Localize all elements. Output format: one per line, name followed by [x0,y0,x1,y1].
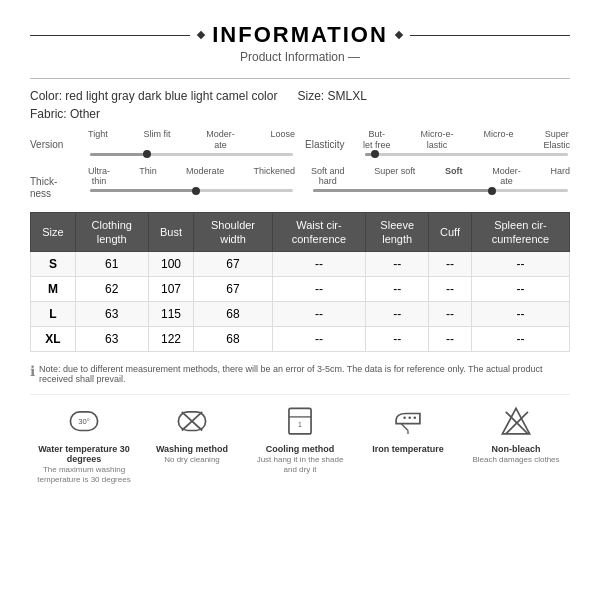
size-label: Size: SMLXL [297,89,366,103]
size-table-section: Size Clothinglength Bust Shoulderwidth W… [30,212,570,353]
cell-xl-length: 63 [75,327,148,352]
washing-svg [175,405,209,439]
thickness-label-thickened: Thickened [253,166,295,188]
thickness-slider-labels: Ultra-thin Thin Moderate Thickened [88,166,295,188]
cell-s-shoulder: 67 [194,252,272,277]
header-diamond [197,31,205,39]
care-item-water: 30° Water temperature 30 degrees The max… [34,403,134,484]
cell-l-shoulder: 68 [194,302,272,327]
non-bleach-label: Non-bleach [491,444,540,454]
cell-m-sleeve: -- [366,277,429,302]
cell-m-length: 62 [75,277,148,302]
size-table: Size Clothinglength Bust Shoulderwidth W… [30,212,570,353]
washing-method-label: Washing method [156,444,228,454]
thickness-label-moderate: Moderate [186,166,224,188]
page: INFORMATION Product Information — Color:… [0,0,600,504]
table-row: L 63 115 68 -- -- -- -- [31,302,570,327]
cell-xl-bust: 122 [148,327,194,352]
table-row: M 62 107 67 -- -- -- -- [31,277,570,302]
version-label-tight: Tight [88,129,108,151]
cell-xl-spleen: -- [471,327,569,352]
elasticity-slider-labels: But-let free Micro-e-lastic Micro-e Supe… [363,129,570,151]
softness-track [313,189,568,192]
header-subtitle: Product Information — [30,50,570,64]
cell-m-bust: 107 [148,277,194,302]
elasticity-track [365,153,568,156]
elasticity-label-micro2: Micro-e [483,129,513,151]
thickness-label-thin: Thin [139,166,157,188]
thickness-dot [192,187,200,195]
iron-svg [391,405,425,439]
cell-l-sleeve: -- [366,302,429,327]
table-body: S 61 100 67 -- -- -- -- M 62 107 67 -- -… [31,252,570,352]
cell-s-bust: 100 [148,252,194,277]
softness-label-moderate: Moder-ate [492,166,521,188]
product-info: Color: red light gray dark blue light ca… [30,89,570,121]
svg-text:30°: 30° [78,417,90,426]
divider [30,78,570,79]
softness-label-soft: Soft [445,166,463,188]
water-temp-icon: 30° [65,403,103,441]
fabric-info-row: Fabric: Other [30,107,570,121]
svg-point-11 [408,417,411,420]
version-slider-labels: Tight Slim fit Moder-ate Loose [88,129,295,151]
note-icon: ℹ [30,364,35,378]
thickness-track [90,189,293,192]
col-bust: Bust [148,212,194,252]
cell-s-spleen: -- [471,252,569,277]
elasticity-dot [371,150,379,158]
table-row: XL 63 122 68 -- -- -- -- [31,327,570,352]
softness-dot [488,187,496,195]
cooling-method-label: Cooling method [266,444,335,454]
cooling-method-icon: 1 [281,403,319,441]
table-header: Size Clothinglength Bust Shoulderwidth W… [31,212,570,252]
table-row: S 61 100 67 -- -- -- -- [31,252,570,277]
svg-line-8 [401,424,408,431]
measurement-note: ℹ Note: due to different measurement met… [30,364,570,384]
cell-l-cuff: -- [429,302,472,327]
softness-slider-labels: Soft andhard Super soft Soft Moder-ate H… [311,166,570,188]
version-track-fill [90,153,147,156]
version-slider-wrap: Tight Slim fit Moder-ate Loose [88,129,295,156]
svg-text:1: 1 [298,421,302,428]
elasticity-slider-wrap: But-let free Micro-e-lastic Micro-e Supe… [363,129,570,156]
cell-l-waist: -- [272,302,366,327]
version-label: Version [30,129,82,151]
care-item-iron: Iron temperature [358,403,458,455]
col-sleeve-length: Sleevelength [366,212,429,252]
header-diamond-right [395,31,403,39]
water-temp-sublabel: The maximum washing temperature is 30 de… [34,465,134,484]
note-text: Note: due to different measurement metho… [39,364,570,384]
col-size: Size [31,212,76,252]
cell-s-sleeve: -- [366,252,429,277]
header-right-line [410,35,570,36]
water-temp-svg: 30° [67,405,101,439]
col-spleen: Spleen cir-cumference [471,212,569,252]
cell-s-size: S [31,252,76,277]
bleach-svg [499,405,533,439]
header-line: INFORMATION [30,22,570,48]
elasticity-label-super: SuperElastic [543,129,570,151]
cell-m-waist: -- [272,277,366,302]
color-label: Color: red light gray dark blue light ca… [30,89,277,103]
cell-l-length: 63 [75,302,148,327]
cell-s-waist: -- [272,252,366,277]
softness-track-fill [313,189,492,192]
version-label-slimfit: Slim fit [143,129,170,151]
washing-method-icon [173,403,211,441]
cell-m-shoulder: 67 [194,277,272,302]
thickness-label-ultrathin: Ultra-thin [88,166,110,188]
cell-xl-sleeve: -- [366,327,429,352]
elasticity-label: Elasticity [305,129,357,151]
header-section: INFORMATION Product Information — [30,22,570,64]
thickness-track-fill [90,189,196,192]
cell-m-cuff: -- [429,277,472,302]
cell-l-size: L [31,302,76,327]
cell-s-length: 61 [75,252,148,277]
non-bleach-sublabel: Bleach damages clothes [472,455,559,465]
version-label-loose: Loose [270,129,295,151]
iron-temp-label: Iron temperature [372,444,444,454]
care-item-cooling: 1 Cooling method Just hang it in the sha… [250,403,350,474]
elasticity-label-butfree: But-let free [363,129,391,151]
care-section: 30° Water temperature 30 degrees The max… [30,394,570,484]
